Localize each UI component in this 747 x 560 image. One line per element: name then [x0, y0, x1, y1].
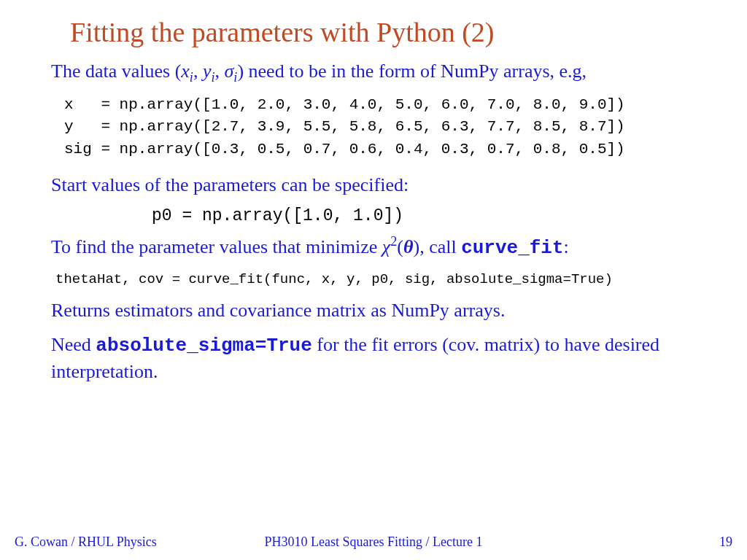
- var-x: x: [181, 61, 190, 82]
- text: Need: [51, 334, 96, 355]
- sup-2: 2: [390, 234, 397, 249]
- paragraph-returns: Returns estimators and covariance matrix…: [51, 298, 696, 323]
- paragraph-data-values: The data values (xi, yi, σi) need to be …: [51, 58, 696, 87]
- var-chi: χ: [382, 236, 390, 257]
- inline-code-curvefit: curve_fit: [461, 237, 563, 259]
- code-curvefit-call: thetaHat, cov = curve_fit(func, x, y, p0…: [55, 271, 712, 287]
- paragraph-absolute-sigma: Need absolute_sigma=True for the fit err…: [51, 332, 696, 384]
- text: (: [397, 236, 403, 257]
- inline-code-abssigma: absolute_sigma=True: [96, 335, 311, 357]
- text: To find the parameter values that minimi…: [51, 236, 382, 257]
- text: ,: [193, 61, 203, 82]
- paragraph-start-values: Start values of the parameters can be sp…: [51, 172, 696, 198]
- var-theta: θ: [403, 236, 414, 257]
- text: ,: [215, 61, 225, 82]
- slide-content: Fitting the parameters with Python (2) T…: [0, 0, 747, 384]
- code-arrays: x = np.array([1.0, 2.0, 3.0, 4.0, 5.0, 6…: [64, 94, 712, 160]
- var-sigma: σ: [225, 61, 234, 82]
- text: ), call: [413, 236, 461, 257]
- text: The data values (: [51, 61, 181, 82]
- text: :: [564, 236, 569, 257]
- footer-course: PH3010 Least Squares Fitting / Lecture 1: [0, 534, 747, 550]
- text: ) need to be in the form of NumPy arrays…: [237, 61, 587, 82]
- code-p0: p0 = np.array([1.0, 1.0]): [152, 206, 712, 225]
- paragraph-minimize: To find the parameter values that minimi…: [51, 233, 696, 261]
- slide-footer: G. Cowan / RHUL Physics PH3010 Least Squ…: [0, 534, 747, 550]
- slide-title: Fitting the parameters with Python (2): [70, 16, 712, 48]
- var-y: y: [203, 61, 212, 82]
